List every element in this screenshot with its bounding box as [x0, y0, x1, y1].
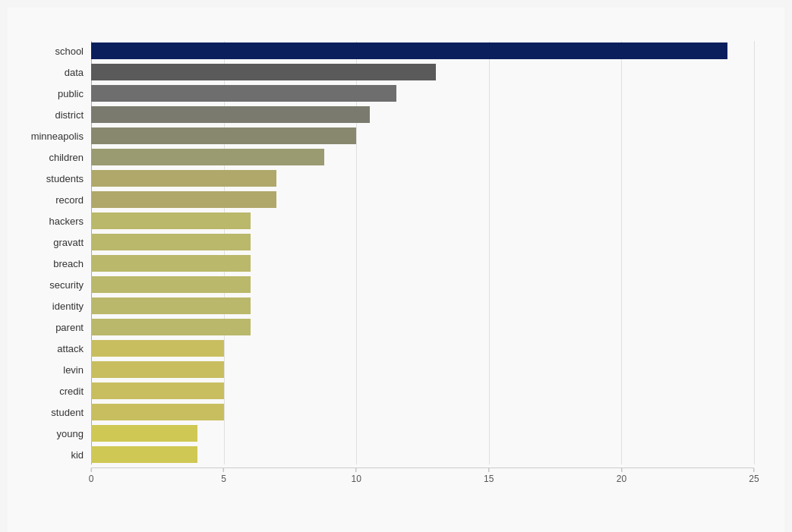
x-tick-label: 5	[221, 474, 226, 484]
bar-label: hackers	[49, 216, 91, 227]
bar-label: breach	[53, 258, 91, 269]
x-tick-label: 20	[617, 474, 626, 484]
bar-label: identity	[52, 301, 91, 312]
bar-row: public	[91, 83, 754, 103]
bar-row: credit	[91, 381, 754, 401]
bar-label: gravatt	[53, 237, 91, 248]
grid-line	[754, 41, 755, 464]
x-tick-label: 10	[352, 474, 361, 484]
bar-row: children	[91, 147, 754, 167]
bar	[91, 382, 224, 399]
bar-label: parent	[55, 322, 91, 333]
bar-row: kid	[91, 445, 754, 464]
bar-label: levin	[63, 364, 91, 376]
bar-label: minneapolis	[31, 131, 91, 142]
bar-row: parent	[91, 317, 754, 337]
bar-row: minneapolis	[91, 126, 754, 146]
bar	[91, 42, 727, 59]
bar-row: young	[91, 423, 754, 443]
bar	[91, 425, 197, 442]
bar-row: school	[91, 41, 754, 61]
bar	[91, 404, 224, 420]
bar	[91, 85, 396, 102]
bar	[91, 191, 276, 208]
bar-label: data	[65, 67, 91, 78]
bar	[91, 149, 324, 165]
bar-row: attack	[91, 338, 754, 358]
bar-row: breach	[91, 253, 754, 273]
x-tick: 0	[89, 468, 94, 484]
bar-row: levin	[91, 360, 754, 379]
bar	[91, 127, 356, 144]
bar-row: district	[91, 105, 754, 124]
bar	[91, 297, 251, 314]
bar	[91, 170, 276, 187]
x-tick-label: 0	[89, 474, 94, 484]
bar-label: kid	[71, 449, 91, 461]
bar-row: data	[91, 62, 754, 82]
bar-row: student	[91, 402, 754, 422]
bar-row: gravatt	[91, 232, 754, 252]
bar-label: credit	[59, 386, 91, 397]
bar-row: identity	[91, 296, 754, 316]
bar	[91, 446, 197, 463]
bar-label: record	[55, 194, 91, 206]
bar	[91, 361, 224, 378]
x-tick-label: 15	[484, 474, 494, 484]
x-tick-label: 25	[749, 474, 759, 484]
bar	[91, 212, 251, 229]
bar-label: school	[55, 46, 91, 57]
bar-label: student	[51, 407, 91, 418]
bar	[91, 106, 370, 123]
bar-label: attack	[57, 343, 91, 354]
bar	[91, 255, 251, 272]
bar	[91, 64, 436, 80]
bar	[91, 276, 251, 293]
bar-label: security	[49, 279, 91, 291]
chart-container: schooldatapublicdistrictminneapolischild…	[8, 8, 784, 532]
bar-label: public	[58, 88, 91, 99]
bar	[91, 340, 224, 357]
bar-label: students	[46, 173, 91, 184]
x-tick: 15	[484, 468, 494, 484]
x-tick: 20	[617, 468, 626, 484]
x-tick: 25	[749, 468, 759, 484]
bar-label: district	[55, 109, 91, 121]
bar-row: students	[91, 168, 754, 188]
x-tick: 10	[352, 468, 361, 484]
bar	[91, 319, 251, 335]
bar-label: children	[49, 152, 91, 163]
x-tick: 5	[221, 468, 226, 484]
bar-row: record	[91, 190, 754, 209]
bar-label: young	[57, 428, 91, 439]
bar-row: hackers	[91, 211, 754, 231]
bar-row: security	[91, 275, 754, 294]
bar	[91, 234, 251, 250]
